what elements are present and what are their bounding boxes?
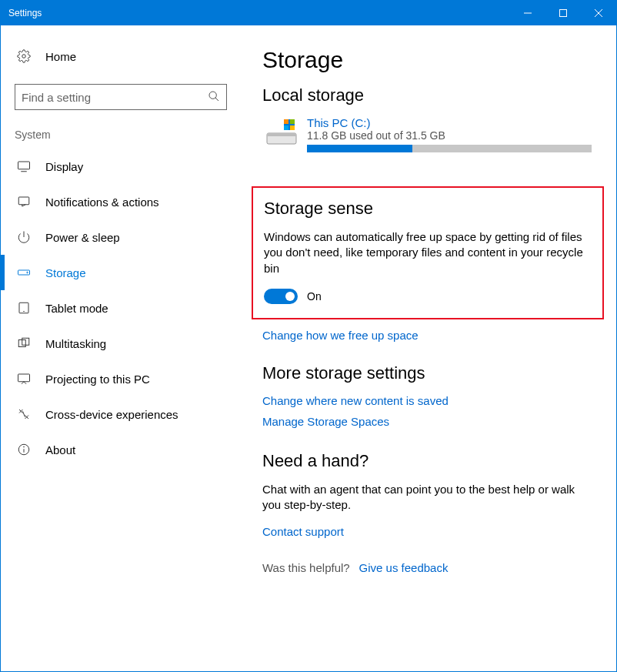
maximize-button[interactable] [545,1,581,25]
sidebar-item-storage[interactable]: Storage [12,255,232,290]
sidebar: Home System Display Notifications & acti… [1,25,239,671]
storage-sense-description: Windows can automatically free up space … [264,229,587,276]
window-title: Settings [8,8,42,18]
display-icon [16,159,32,173]
more-settings-heading: More storage settings [262,363,601,383]
sidebar-item-label: About [45,443,75,456]
feedback-link[interactable]: Give us feedback [359,561,449,574]
toggle-state-label: On [307,290,322,303]
sidebar-item-display[interactable]: Display [12,149,232,184]
svg-rect-27 [267,133,296,136]
sidebar-item-notifications[interactable]: Notifications & actions [12,184,232,219]
multitasking-icon [16,336,32,350]
svg-point-5 [209,92,216,99]
sidebar-item-label: Multitasking [45,337,106,350]
svg-point-4 [22,55,26,59]
main-content: Storage Local storage This PC (C:) 11.8 … [239,25,616,671]
page-title: Storage [262,47,601,73]
sidebar-item-label: Projecting to this PC [45,373,150,386]
usage-bar [307,145,592,152]
svg-rect-1 [560,10,567,17]
about-icon [16,443,32,456]
sidebar-item-label: Display [45,160,83,173]
sidebar-item-projecting[interactable]: Projecting to this PC [12,361,232,396]
drive-text: This PC (C:) 11.8 GB used out of 31.5 GB [307,116,592,152]
home-link[interactable]: Home [12,39,232,73]
storage-sense-heading: Storage sense [264,199,592,219]
storage-sense-highlight: Storage sense Windows can automatically … [252,186,604,319]
svg-line-22 [23,411,25,417]
local-storage-heading: Local storage [262,85,601,105]
svg-rect-31 [284,125,288,130]
minimize-button[interactable] [510,1,545,25]
help-heading: Need a hand? [262,451,601,471]
svg-rect-30 [290,119,295,124]
sidebar-item-crossdevice[interactable]: Cross-device experiences [12,396,232,432]
sidebar-item-label: Tablet mode [45,302,108,315]
help-description: Chat with an agent that can point you to… [262,482,585,513]
home-label: Home [45,50,76,63]
sidebar-item-tablet[interactable]: Tablet mode [12,290,232,326]
power-icon [16,230,32,244]
search-input[interactable] [22,91,208,104]
sidebar-item-multitasking[interactable]: Multitasking [12,326,232,361]
svg-point-25 [24,446,25,447]
projecting-icon [16,372,32,386]
svg-rect-29 [284,119,288,124]
change-save-location-link[interactable]: Change where new content is saved [262,394,601,407]
search-box[interactable] [15,84,227,110]
svg-point-12 [27,272,28,273]
search-icon [208,90,220,105]
svg-rect-7 [18,162,30,169]
drive-icon [265,118,298,150]
manage-storage-spaces-link[interactable]: Manage Storage Spaces [262,415,601,428]
gear-icon [16,49,32,63]
titlebar: Settings [1,1,616,25]
sidebar-item-about[interactable]: About [12,432,232,467]
usage-bar-fill [307,145,412,152]
svg-rect-32 [290,125,295,130]
storage-sense-toggle[interactable] [264,289,298,304]
sidebar-item-label: Cross-device experiences [45,408,178,421]
tablet-icon [16,301,32,315]
contact-support-link[interactable]: Contact support [262,525,601,538]
crossdevice-icon [16,407,32,421]
sidebar-group-label: System [12,129,232,141]
drive-name: This PC (C:) [307,116,592,129]
svg-rect-17 [18,374,30,382]
close-button[interactable] [581,1,616,25]
sidebar-item-label: Storage [45,266,86,279]
storage-icon [16,266,32,279]
toggle-knob [285,292,295,301]
drive-item[interactable]: This PC (C:) 11.8 GB used out of 31.5 GB [262,116,601,152]
sidebar-item-label: Notifications & actions [45,196,159,209]
feedback-prompt: Was this helpful? [262,561,350,574]
drive-usage: 11.8 GB used out of 31.5 GB [307,129,592,142]
sidebar-item-power[interactable]: Power & sleep [12,219,232,255]
change-free-space-link[interactable]: Change how we free up space [262,329,601,342]
svg-rect-9 [18,197,29,205]
notifications-icon [16,195,32,209]
svg-line-6 [215,98,218,101]
sidebar-item-label: Power & sleep [45,231,120,244]
